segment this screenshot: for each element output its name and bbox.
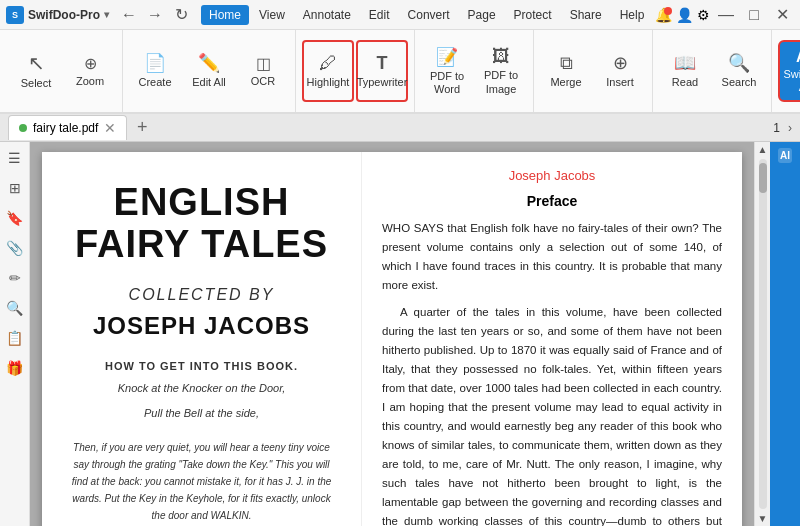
tab-close-btn[interactable]: ✕ [104,120,116,136]
sidebar-bookmark-icon[interactable]: 🔖 [3,206,27,230]
document-tab[interactable]: fairy tale.pdf ✕ [8,115,127,140]
scrollbar-track[interactable] [759,159,767,509]
typewriter-icon: T [377,53,388,74]
scroll-right-tab[interactable]: › [788,121,792,135]
pdf-area: ENGLISH FAIRY TALES COLLECTED BY JOSEPH … [30,142,754,526]
titlebar-menus: Home View Annotate Edit Convert Page Pro… [201,5,655,25]
settings-icon[interactable]: ⚙ [697,7,710,23]
ribbon: ↖ Select ⊕ Zoom 📄 Create ✏️ Edit All ◫ O… [0,30,800,114]
select-label: Select [21,77,52,90]
menu-convert[interactable]: Convert [400,5,458,25]
edit-all-button[interactable]: ✏️ Edit All [183,40,235,102]
ribbon-group-convert: 📝 PDF to Word 🖼 PDF to Image [415,30,534,112]
sidebar-edit-icon[interactable]: ✏ [3,266,27,290]
select-icon: ↖ [28,51,45,75]
minimize-btn[interactable]: — [714,3,738,27]
select-button[interactable]: ↖ Select [10,40,62,102]
app-logo-icon: S [6,6,24,24]
merge-label: Merge [550,76,581,89]
ribbon-group-annotate: 🖊 Highlight T Typewriter [296,30,415,112]
book-title-english: ENGLISH [114,182,290,224]
book-italic2: Pull the Bell at the side, [144,405,259,423]
preface-p1: WHO SAYS that English folk have no fairy… [382,219,722,295]
book-howto: HOW TO GET INTO THIS BOOK. [105,360,298,372]
page-left: ENGLISH FAIRY TALES COLLECTED BY JOSEPH … [42,152,362,526]
forward-btn[interactable]: → [143,3,167,27]
pdf-to-image-label: PDF to Image [477,69,525,95]
dropdown-arrow[interactable]: ▾ [104,9,109,20]
sidebar-notes-icon[interactable]: 📋 [3,326,27,350]
scrollbar-thumb[interactable] [759,163,767,193]
search-label: Search [722,76,757,89]
create-icon: 📄 [144,52,166,74]
create-button[interactable]: 📄 Create [129,40,181,102]
ribbon-group-merge: ⧉ Merge ⊕ Insert [534,30,653,112]
maximize-btn[interactable]: □ [742,3,766,27]
scroll-up-btn[interactable]: ▲ [758,144,768,155]
menu-annotate[interactable]: Annotate [295,5,359,25]
preface-title: Preface [382,193,722,209]
close-btn[interactable]: ✕ [770,3,794,27]
book-title-fairy: FAIRY TALES [75,224,328,266]
read-icon: 📖 [674,52,696,74]
highlight-button[interactable]: 🖊 Highlight [302,40,354,102]
read-button[interactable]: 📖 Read [659,40,711,102]
menu-page[interactable]: Page [460,5,504,25]
sidebar-attach-icon[interactable]: 📎 [3,236,27,260]
ai-side-panel: AI [770,142,800,526]
menu-home[interactable]: Home [201,5,249,25]
app-name: SwifDoo-Pro [28,8,100,22]
app-logo: S SwifDoo-Pro ▾ [6,6,109,24]
zoom-label: Zoom [76,75,104,88]
typewriter-label: Typewriter [357,76,408,89]
menu-edit[interactable]: Edit [361,5,398,25]
ai-label: SwifDoo AI [782,68,800,94]
menu-share[interactable]: Share [562,5,610,25]
menu-protect[interactable]: Protect [506,5,560,25]
tabbar: fairy tale.pdf ✕ + 1 › [0,114,800,142]
pdf-to-word-button[interactable]: 📝 PDF to Word [421,40,473,102]
ocr-icon: ◫ [256,54,271,73]
pdf-to-word-label: PDF to Word [423,70,471,96]
search-button[interactable]: 🔍 Search [713,40,765,102]
insert-button[interactable]: ⊕ Insert [594,40,646,102]
sidebar-thumbnail-icon[interactable]: ☰ [3,146,27,170]
notification-icon[interactable]: 🔔 [655,7,672,23]
titlebar: S SwifDoo-Pro ▾ ← → ↻ Home View Annotate… [0,0,800,30]
swif-ai-button[interactable]: AI SwifDoo AI [778,40,800,102]
ocr-label: OCR [251,75,275,88]
page-right: Joseph Jacobs Preface WHO SAYS that Engl… [362,152,742,526]
book-italic1: Knock at the Knocker on the Door, [118,380,286,398]
tab-indicator [19,124,27,132]
back-btn[interactable]: ← [117,3,141,27]
sidebar-gift-icon[interactable]: 🎁 [3,356,27,380]
refresh-btn[interactable]: ↻ [169,3,193,27]
create-label: Create [138,76,171,89]
pdf-to-image-button[interactable]: 🖼 PDF to Image [475,40,527,102]
sidebar-pages-icon[interactable]: ⊞ [3,176,27,200]
ribbon-group-edit: 📄 Create ✏️ Edit All ◫ OCR [123,30,296,112]
sidebar-search-icon[interactable]: 🔍 [3,296,27,320]
menu-view[interactable]: View [251,5,293,25]
typewriter-button[interactable]: T Typewriter [356,40,408,102]
ribbon-group-read: 📖 Read 🔍 Search [653,30,772,112]
zoom-button[interactable]: ⊕ Zoom [64,40,116,102]
merge-button[interactable]: ⧉ Merge [540,40,592,102]
user-icon[interactable]: 👤 [676,7,693,23]
insert-icon: ⊕ [613,52,628,74]
pdf-page: ENGLISH FAIRY TALES COLLECTED BY JOSEPH … [42,152,742,526]
new-tab-button[interactable]: + [131,117,153,139]
tab-label: fairy tale.pdf [33,121,98,135]
insert-label: Insert [606,76,634,89]
pdf-to-word-icon: 📝 [436,46,458,68]
scroll-down-btn[interactable]: ▼ [758,513,768,524]
book-collected-by: COLLECTED BY [129,286,275,304]
ocr-button[interactable]: ◫ OCR [237,40,289,102]
menu-help[interactable]: Help [612,5,653,25]
ai-panel-icon[interactable]: AI [778,148,792,163]
page-number: 1 [765,121,788,135]
ai-icon: AI [796,48,800,66]
book-small-text: Then, if you are very quiet, you will he… [66,439,337,524]
pdf-to-image-icon: 🖼 [492,46,510,67]
highlight-icon: 🖊 [319,53,337,74]
